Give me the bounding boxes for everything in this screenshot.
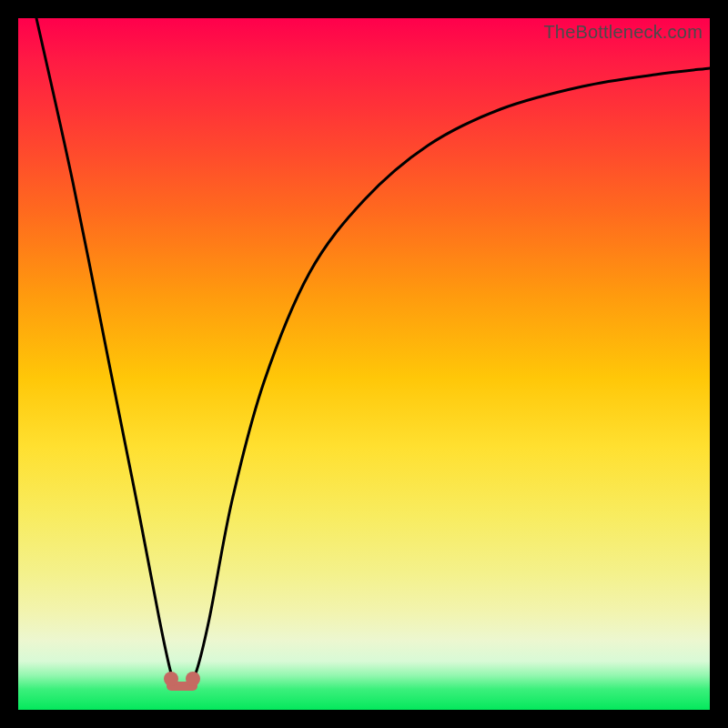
plot-area: TheBottleneck.com — [18, 18, 710, 710]
curve-svg — [18, 18, 710, 710]
right-marker — [186, 672, 200, 686]
bottleneck-curve — [36, 18, 710, 689]
left-marker — [164, 672, 178, 686]
